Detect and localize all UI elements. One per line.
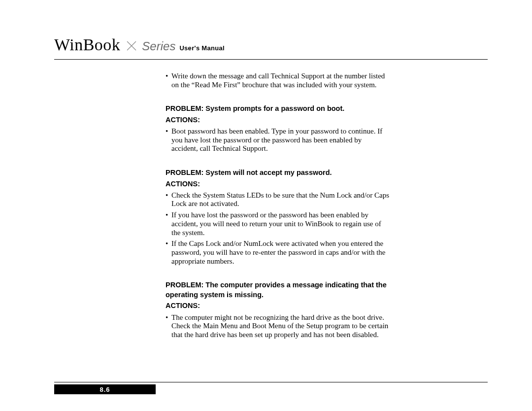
problem-heading: PROBLEM: The computer provides a message… (166, 280, 389, 300)
users-manual-label: User's Manual (179, 44, 225, 52)
series-label: Series (142, 39, 175, 53)
actions-heading: ACTIONS: (166, 302, 389, 310)
list-item: Check the System Status LEDs to be sure … (166, 191, 389, 208)
problem-section: PROBLEM: System prompts for a password o… (166, 104, 389, 153)
actions-heading: ACTIONS: (166, 116, 389, 124)
brand-logo-text: WinBook (54, 35, 120, 54)
page-content: Write down the message and call Technica… (166, 69, 389, 340)
problem-heading: PROBLEM: System prompts for a password o… (166, 104, 389, 114)
actions-heading: ACTIONS: (166, 180, 389, 188)
intro-bullet-list: Write down the message and call Technica… (166, 72, 389, 89)
list-item: Write down the message and call Technica… (166, 72, 389, 89)
list-item: If you have lost the password or the pas… (166, 211, 389, 237)
x-mark-icon (126, 40, 137, 53)
problem-section: PROBLEM: System will not accept my passw… (166, 168, 389, 266)
page-number: 8.6 (100, 386, 110, 393)
list-item: The computer might not be recognizing th… (166, 313, 389, 340)
problem-heading: PROBLEM: System will not accept my passw… (166, 168, 389, 178)
actions-list: Check the System Status LEDs to be sure … (166, 191, 389, 266)
page-footer: 8.6 (54, 382, 488, 394)
problem-section: PROBLEM: The computer provides a message… (166, 280, 389, 339)
page-header: WinBook Series User's Manual (54, 35, 488, 60)
list-item: Boot password has been enabled. Type in … (166, 127, 389, 153)
list-item: If the Caps Lock and/or NumLock were act… (166, 240, 389, 266)
manual-page: WinBook Series User's Manual Write down … (0, 0, 532, 411)
actions-list: Boot password has been enabled. Type in … (166, 127, 389, 153)
page-number-badge: 8.6 (54, 384, 156, 394)
actions-list: The computer might not be recognizing th… (166, 313, 389, 340)
